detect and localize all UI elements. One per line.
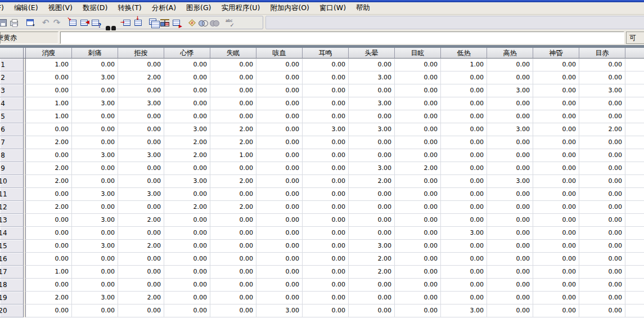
cell-r5-c3[interactable]: 0.00 [118,110,164,123]
cell-r3-c9[interactable]: 0.00 [395,84,441,97]
cell-r13-c7[interactable]: 0.00 [303,214,349,227]
cell-r13-c12[interactable]: 0.00 [533,214,579,227]
cell-r6-c2[interactable]: 0.00 [72,123,118,136]
cell-r6-c11[interactable]: 3.00 [487,123,533,136]
cell-r4-c11[interactable]: 0.00 [487,97,533,110]
cell-r1-c5[interactable]: 0.00 [210,59,256,71]
cell-r18-c3[interactable]: 0.00 [118,279,164,292]
cell-r19-c12[interactable]: 0.00 [533,292,579,304]
cell-r4-c4[interactable]: 0.00 [164,97,210,110]
column-header-2[interactable]: 刺痛 [72,48,118,59]
cell-r5-c4[interactable]: 0.00 [164,110,210,123]
row-header-1[interactable]: 1 [0,59,24,71]
row-header-18[interactable]: 18 [0,279,24,292]
cell-r8-c3[interactable]: 3.00 [118,149,164,162]
cell-r18-c5[interactable]: 0.00 [210,279,256,292]
cell-r1-c12[interactable]: 0.00 [533,59,579,71]
cell-r10-c8[interactable]: 2.00 [349,175,395,188]
column-header-12[interactable]: 神昏 [533,48,579,59]
cell-r3-c12[interactable]: 0.00 [533,84,579,97]
cell-r20-c11[interactable]: 0.00 [487,304,533,317]
cell-r5-c9[interactable]: 0.00 [395,110,441,123]
cell-r3-c7[interactable]: 0.00 [303,84,349,97]
cell-r12-c8[interactable]: 0.00 [349,201,395,214]
row-header-6[interactable]: 6 [0,123,24,136]
cell-r4-c1[interactable]: 1.00 [26,97,72,110]
cell-r3-c5[interactable]: 0.00 [210,84,256,97]
cell-r18-c4[interactable]: 0.00 [164,279,210,292]
cell-r19-c9[interactable]: 0.00 [395,292,441,304]
cell-r2-c9[interactable]: 0.00 [395,71,441,84]
cell-r8-c12[interactable]: 0.00 [533,149,579,162]
cell-r5-c1[interactable]: 1.00 [26,110,72,123]
cell-r12-c7[interactable]: 0.00 [303,201,349,214]
cell-r2-c12[interactable]: 0.00 [533,71,579,84]
cell-r2-c1[interactable]: 0.00 [26,71,72,84]
cell-r7-c9[interactable]: 0.00 [395,136,441,149]
cell-r19-c13[interactable]: 0.00 [579,292,625,304]
cell-r19-c10[interactable]: 0.00 [441,292,487,304]
cell-r9-c10[interactable]: 0.00 [441,162,487,175]
cell-r18-c7[interactable]: 0.00 [303,279,349,292]
column-header-3[interactable]: 拒按 [118,48,164,59]
cell-r9-c2[interactable]: 0.00 [72,162,118,175]
cell-r1-c7[interactable]: 0.00 [303,59,349,71]
cell-r20-c5[interactable]: 0.00 [210,304,256,317]
cell-r3-c4[interactable]: 0.00 [164,84,210,97]
cell-r2-c2[interactable]: 3.00 [72,71,118,84]
cell-r13-c8[interactable]: 0.00 [349,214,395,227]
cell-r8-c1[interactable]: 0.00 [26,149,72,162]
split-file-icon[interactable] [148,16,159,29]
cell-r17-c6[interactable]: 0.00 [256,266,303,279]
cell-r13-c9[interactable]: 0.00 [395,214,441,227]
column-header-10[interactable]: 低热 [441,48,487,59]
cell-r4-c9[interactable]: 0.00 [395,97,441,110]
cell-r14-c4[interactable]: 0.00 [164,227,210,240]
row-header-8[interactable]: 8 [0,149,24,162]
cell-r9-c13[interactable]: 0.00 [579,162,625,175]
save-icon[interactable] [0,16,8,29]
cell-r8-c13[interactable]: 0.00 [579,149,625,162]
cell-r10-c10[interactable]: 0.00 [441,175,487,188]
cell-r11-c12[interactable]: 0.00 [533,188,579,201]
cell-r1-c6[interactable]: 0.00 [256,59,303,71]
row-header-4[interactable]: 4 [0,97,24,110]
cell-r6-c9[interactable]: 0.00 [395,123,441,136]
cell-r20-c2[interactable]: 0.00 [72,304,118,317]
cell-r19-c11[interactable]: 0.00 [487,292,533,304]
cell-r11-c13[interactable]: 0.00 [579,188,625,201]
cell-r1-c4[interactable]: 0.00 [164,59,210,71]
cell-r4-c12[interactable]: 0.00 [533,97,579,110]
cell-r1-c1[interactable]: 1.00 [26,59,72,71]
cell-edit-field[interactable] [60,32,624,44]
cell-r16-c11[interactable]: 0.00 [487,253,533,266]
cell-r6-c12[interactable]: 0.00 [533,123,579,136]
cell-r7-c7[interactable]: 0.00 [303,136,349,149]
dialog-recall-icon[interactable] [24,16,35,29]
cell-r17-c3[interactable]: 0.00 [118,266,164,279]
goto-case-icon[interactable]: ↘ [67,16,78,29]
undo-icon[interactable]: ↶ [40,16,51,29]
cell-r15-c2[interactable]: 3.00 [72,240,118,253]
row-header-19[interactable]: 19 [0,292,24,304]
cell-r15-c12[interactable]: 0.00 [533,240,579,253]
cell-r15-c5[interactable]: 0.00 [210,240,256,253]
insert-variable-icon[interactable]: ↓ [132,16,143,29]
row-header-20[interactable]: 20 [0,304,24,317]
cell-r2-c5[interactable]: 0.00 [210,71,256,84]
cell-r10-c3[interactable]: 0.00 [118,175,164,188]
cell-r11-c6[interactable]: 0.00 [256,188,303,201]
menu-item-window[interactable]: 窗口(W) [314,3,351,13]
column-header-5[interactable]: 失眠 [210,48,256,59]
cell-r14-c7[interactable]: 0.00 [303,227,349,240]
cell-r6-c7[interactable]: 3.00 [303,123,349,136]
cell-r10-c9[interactable]: 0.00 [395,175,441,188]
cell-r18-c13[interactable]: 0.00 [579,279,625,292]
cell-r8-c11[interactable]: 0.00 [487,149,533,162]
row-header-16[interactable]: 16 [0,253,24,266]
cell-r16-c2[interactable]: 0.00 [72,253,118,266]
cell-r1-c3[interactable]: 0.00 [118,59,164,71]
cell-r5-c2[interactable]: 0.00 [72,110,118,123]
cell-r8-c6[interactable]: 0.00 [256,149,303,162]
cell-r2-c13[interactable]: 0.00 [579,71,625,84]
